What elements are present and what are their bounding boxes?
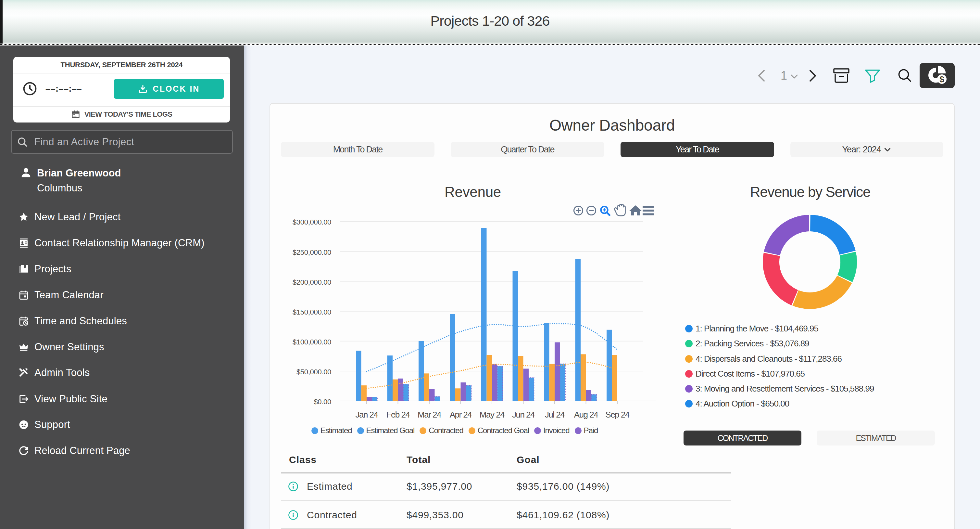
- svg-text:Jul 24: Jul 24: [545, 410, 565, 419]
- svg-text:$200,000.00: $200,000.00: [293, 278, 331, 286]
- svg-text:May 24: May 24: [480, 410, 504, 419]
- svg-text:$50,000.00: $50,000.00: [296, 368, 331, 376]
- svg-text:Sep 24: Sep 24: [605, 410, 629, 419]
- svg-text:Aug 24: Aug 24: [574, 410, 598, 419]
- svg-text:$: $: [939, 75, 944, 84]
- svg-text:1: 1: [781, 69, 787, 82]
- svg-text:Feb 24: Feb 24: [387, 410, 410, 419]
- svg-text:Jun 24: Jun 24: [512, 410, 535, 419]
- svg-text:$100,000.00: $100,000.00: [293, 338, 331, 346]
- svg-text:$250,000.00: $250,000.00: [293, 248, 331, 257]
- svg-text:$300,000.00: $300,000.00: [293, 218, 331, 226]
- svg-text:Mar 24: Mar 24: [418, 410, 441, 419]
- svg-text:$150,000.00: $150,000.00: [293, 308, 331, 316]
- svg-text:Jan 24: Jan 24: [355, 410, 378, 419]
- svg-text:$0.00: $0.00: [314, 398, 331, 406]
- svg-text:Apr 24: Apr 24: [450, 410, 472, 419]
